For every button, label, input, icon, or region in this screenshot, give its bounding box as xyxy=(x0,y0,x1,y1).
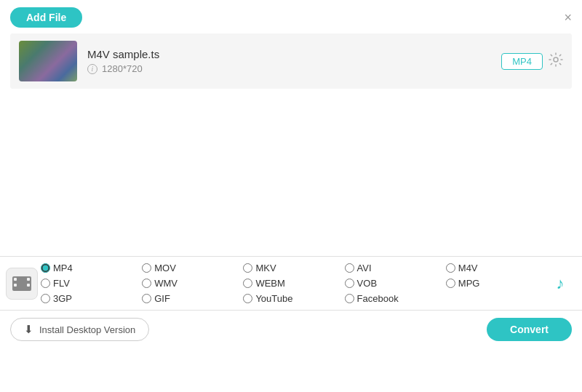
settings-button[interactable] xyxy=(549,52,563,71)
film-icon xyxy=(12,276,31,291)
thumbnail-image xyxy=(19,41,77,81)
format-option-flv[interactable]: FLV xyxy=(38,276,139,290)
format-option-youtube[interactable]: YouTube xyxy=(240,292,341,305)
format-option-wmv[interactable]: WMV xyxy=(139,276,240,290)
format-option-3gp[interactable]: 3GP xyxy=(38,292,139,305)
video-format-icon-button[interactable] xyxy=(6,268,38,300)
file-thumbnail xyxy=(19,41,77,81)
install-label: Install Desktop Version xyxy=(39,324,135,335)
format-bar: MP4 MOV MKV AVI M4V FLV WMV WEBM VOB MPG xyxy=(0,256,582,310)
install-desktop-button[interactable]: ⬇ Install Desktop Version xyxy=(10,318,149,341)
convert-button[interactable]: Convert xyxy=(487,318,572,341)
file-meta: i 1280*720 xyxy=(87,63,501,74)
format-option-gif[interactable]: GIF xyxy=(139,292,240,305)
file-name: M4V sample.ts xyxy=(87,48,501,60)
audio-format-icon-button[interactable]: ♪ xyxy=(544,268,576,300)
format-option-mpg[interactable]: MPG xyxy=(443,276,544,290)
format-option-mov[interactable]: MOV xyxy=(139,261,240,275)
format-option-m4v[interactable]: M4V xyxy=(443,261,544,275)
svg-point-0 xyxy=(554,57,558,62)
format-badge-button[interactable]: MP4 xyxy=(501,53,543,70)
format-option-avi[interactable]: AVI xyxy=(342,261,443,275)
file-info: M4V sample.ts i 1280*720 xyxy=(77,48,501,74)
format-option-mp4[interactable]: MP4 xyxy=(38,261,139,275)
format-options: MP4 MOV MKV AVI M4V FLV WMV WEBM VOB MPG xyxy=(38,257,544,310)
gear-icon xyxy=(549,52,563,67)
footer-bar: ⬇ Install Desktop Version Convert xyxy=(0,310,582,348)
add-file-button[interactable]: Add File xyxy=(10,7,82,28)
download-icon: ⬇ xyxy=(24,323,33,336)
format-option-facebook[interactable]: Facebook xyxy=(342,292,443,305)
format-option-vob[interactable]: VOB xyxy=(342,276,443,290)
file-resolution: 1280*720 xyxy=(102,63,143,74)
close-button[interactable]: × xyxy=(564,11,572,24)
file-actions: MP4 xyxy=(501,52,563,71)
info-icon: i xyxy=(87,64,97,74)
file-item: M4V sample.ts i 1280*720 MP4 xyxy=(10,33,572,89)
file-list-area: M4V sample.ts i 1280*720 MP4 xyxy=(10,33,572,89)
music-note-icon: ♪ xyxy=(557,274,565,293)
content-area xyxy=(0,89,582,256)
format-option-mkv[interactable]: MKV xyxy=(240,261,341,275)
top-bar: Add File × xyxy=(0,0,582,33)
format-option-webm[interactable]: WEBM xyxy=(240,276,341,290)
